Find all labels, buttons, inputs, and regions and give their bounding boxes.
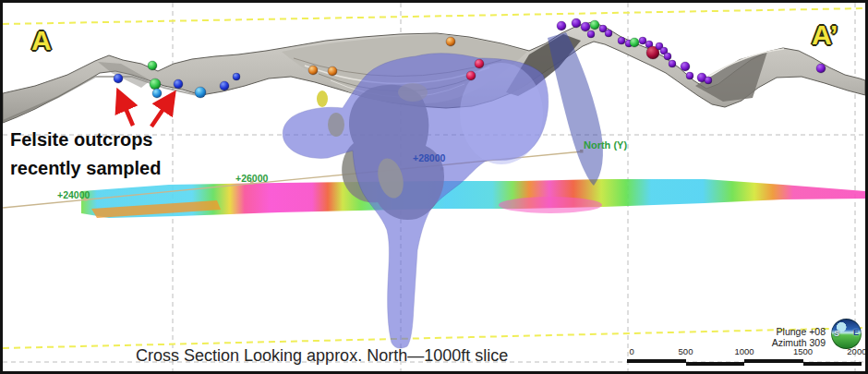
grid-tick-28000: +28000	[413, 152, 445, 163]
collar-point-purple	[618, 37, 625, 44]
collar-point-blue	[114, 74, 123, 83]
collar-point-purple	[557, 21, 566, 30]
grid-tick-26000: +26000	[235, 173, 268, 184]
scale-tick-500: 500	[679, 346, 693, 356]
scale-bar-segments	[627, 358, 862, 366]
collar-point-purple	[587, 30, 595, 38]
collar-point-purple	[664, 53, 671, 60]
collar-point-purple	[686, 72, 693, 79]
collar-point-purple	[705, 77, 712, 84]
collar-point-purple	[639, 37, 646, 44]
scale-bar-ticks: 0 500 1000 1500 2000	[627, 346, 862, 357]
collar-point-cyan	[195, 87, 206, 98]
collar-point-green	[590, 20, 599, 30]
orientation-ball[interactable]: S E	[831, 319, 862, 349]
section-start-label: A	[31, 25, 52, 56]
collar-point-purple	[669, 60, 676, 67]
north-axis-label: North (Y)	[584, 139, 627, 151]
felsite-annotation: Felsite outcrops recently sampled	[10, 126, 161, 183]
view-angle-readout: Plunge +08 Azimuth 309	[738, 326, 826, 348]
scale-tick-0: 0	[629, 346, 633, 356]
intrusion-dark-streak	[548, 32, 603, 186]
scale-tick-1000: 1000	[734, 346, 753, 356]
felsite-annotation-line1: Felsite outcrops	[10, 126, 161, 154]
collar-point-purple	[681, 62, 690, 71]
collar-point-orange	[308, 66, 318, 75]
felsite-annotation-line2: recently sampled	[10, 154, 161, 183]
collar-point-blue	[233, 73, 240, 80]
scale-bar: 0 500 1000 1500 2000	[627, 346, 862, 367]
figure-caption: Cross Section Looking approx. North—1000…	[136, 346, 508, 366]
collar-point-green	[150, 78, 161, 90]
collar-point-blue	[174, 79, 183, 89]
collar-point-blue	[220, 81, 229, 90]
collar-point-green	[630, 38, 639, 47]
geophysics-slice	[81, 179, 865, 218]
collar-point-purple	[572, 18, 581, 28]
collar-point-green	[148, 61, 157, 70]
collar-point-purple	[605, 30, 612, 37]
plunge-readout: Plunge +08	[738, 326, 826, 337]
viewport-3d[interactable]	[3, 3, 865, 371]
annotation-arrows	[119, 93, 173, 127]
cross-section-figure: A A’ Felsite outcrops recently sampled +…	[0, 0, 868, 374]
collar-point-cyan	[152, 89, 162, 98]
collar-point-orange	[328, 66, 337, 76]
compass-south-letter: S	[834, 329, 839, 338]
grid-tick-24000: +24000	[57, 189, 90, 200]
section-end-label: A’	[812, 19, 838, 51]
collar-point-orange	[446, 37, 455, 46]
collar-point-crimson	[475, 59, 484, 68]
collar-point-crimson	[466, 71, 476, 80]
collar-point-purple	[581, 22, 590, 31]
compass-east-letter: E	[853, 328, 859, 337]
scale-tick-1500: 1500	[793, 346, 813, 356]
slice-magenta-bulge	[499, 197, 602, 213]
collar-point-purple	[816, 64, 826, 73]
